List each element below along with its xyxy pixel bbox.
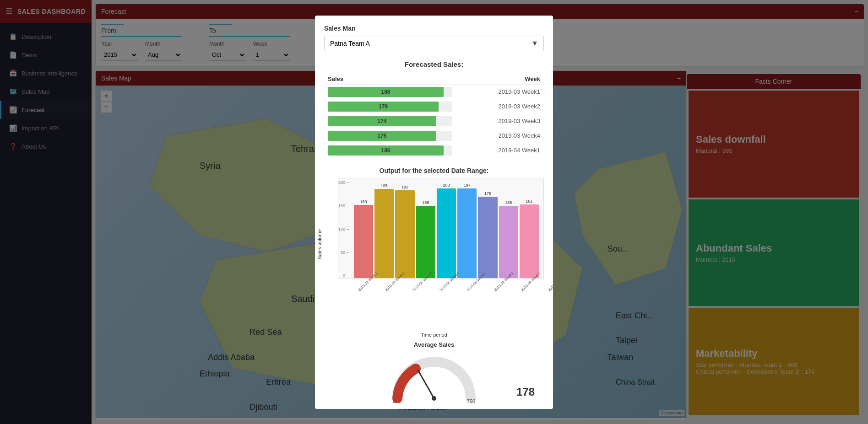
- chart-bar-group: 161: [520, 183, 539, 278]
- chart-wrapper: Sales volume 200 ─ 150 ─ 100 ─ 50 ─ 0 ─ …: [324, 178, 544, 338]
- forecast-bar-cell: 174: [324, 114, 456, 129]
- forecast-table-row: 186 2019-04 Week1: [324, 143, 544, 158]
- chart-y-axis-label: Sales volume: [317, 229, 322, 259]
- forecast-bar-fill: 186: [328, 145, 444, 156]
- chart-bar-value-label: 197: [464, 183, 471, 188]
- forecast-week-cell: 2019-03 Week4: [456, 129, 544, 143]
- chart-bar: [499, 206, 518, 278]
- chart-inner: Sales volume 200 ─ 150 ─ 100 ─ 50 ─ 0 ─ …: [324, 178, 544, 306]
- chart-bars-container: 160195192158200197178158161: [343, 183, 539, 278]
- chart-x-label: 2015-09 Week4: [548, 271, 553, 307]
- chart-bar: [520, 204, 539, 278]
- chart-bar-group: 197: [457, 183, 477, 278]
- chart-bar: [416, 206, 435, 278]
- chart-bar-value-label: 160: [360, 199, 367, 204]
- sales-man-label: Sales Man: [324, 25, 544, 32]
- chart-bar: [374, 189, 394, 278]
- chart-bar: [478, 197, 497, 278]
- y-label-0: 0 ─: [343, 274, 349, 278]
- forecast-bar-fill: 174: [328, 116, 436, 126]
- week-col-header: Week: [456, 74, 544, 85]
- y-label-150: 150 ─: [338, 204, 349, 208]
- modal-dialog: Sales Man Patna Team A ▼ Forecasted Sale…: [315, 16, 553, 409]
- gauge-wrap: 178 0 750: [388, 353, 480, 403]
- forecast-bar-fill: 175: [328, 131, 436, 141]
- gauge-svg: [388, 353, 480, 403]
- chart-bar-group: 178: [478, 183, 497, 278]
- chart-bar-group: 192: [395, 183, 414, 278]
- forecast-table: Sales Week 186 2019-03 Week1 179 2019-03…: [324, 74, 544, 158]
- modal-overlay[interactable]: Sales Man Patna Team A ▼ Forecasted Sale…: [0, 0, 868, 424]
- forecast-table-row: 186 2019-03 Week1: [324, 84, 544, 99]
- chart-x-labels-row: 2015-08 Week12015-08 Week22015-08 Week32…: [338, 280, 544, 306]
- chart-bar-value-label: 195: [381, 183, 388, 188]
- gauge-min: 0: [393, 398, 396, 404]
- forecast-week-cell: 2019-03 Week3: [456, 114, 544, 129]
- chart-bars-area: 200 ─ 150 ─ 100 ─ 50 ─ 0 ─ 1601951921582…: [338, 178, 544, 279]
- chart-bar-group: 158: [416, 183, 435, 278]
- svg-point-32: [432, 396, 436, 401]
- forecast-bar-cell: 186: [324, 84, 456, 99]
- chart-bar-value-label: 192: [401, 185, 408, 189]
- average-sales-label: Average Sales: [324, 341, 544, 348]
- chart-bar-value-label: 161: [526, 199, 532, 204]
- forecast-week-cell: 2019-04 Week1: [456, 143, 544, 158]
- chart-y-labels: 200 ─ 150 ─ 100 ─ 50 ─ 0 ─: [338, 178, 351, 278]
- gauge-max: 750: [467, 398, 475, 404]
- chart-bar-value-label: 158: [505, 200, 512, 205]
- forecast-bar-fill: 179: [328, 102, 439, 112]
- chart-bar-group: 158: [499, 183, 518, 278]
- forecast-week-cell: 2019-03 Week2: [456, 99, 544, 114]
- chart-bar-value-label: 158: [422, 200, 429, 205]
- forecast-bar-fill: 186: [328, 87, 444, 97]
- forecast-table-row: 175 2019-03 Week4: [324, 129, 544, 143]
- svg-line-31: [418, 370, 434, 398]
- chart-bar: [354, 205, 373, 278]
- chart-bar-value-label: 178: [484, 191, 491, 196]
- chart-bar-group: 200: [437, 183, 456, 278]
- chart-title: Output for the selected Date Range:: [324, 167, 544, 174]
- forecast-bar-cell: 179: [324, 99, 456, 114]
- y-label-200: 200 ─: [338, 180, 349, 185]
- chart-bar-group: 195: [374, 183, 394, 278]
- forecast-bar-cell: 175: [324, 129, 456, 143]
- y-label-100: 100 ─: [338, 227, 349, 231]
- forecast-table-row: 174 2019-03 Week3: [324, 114, 544, 129]
- gauge-section: 178 0 750: [324, 353, 544, 403]
- forecast-week-cell: 2019-03 Week1: [456, 84, 544, 99]
- chart-bar-value-label: 200: [443, 183, 450, 188]
- chart-x-axis-label: Time period: [324, 332, 544, 338]
- y-label-50: 50 ─: [341, 250, 349, 255]
- chart-bar-group: 160: [354, 183, 373, 278]
- sales-man-select[interactable]: Patna Team A: [324, 36, 544, 51]
- sales-man-dropdown-wrap: Patna Team A ▼: [324, 36, 544, 51]
- forecast-table-row: 179 2019-03 Week2: [324, 99, 544, 114]
- chart-bar: [457, 188, 477, 278]
- forecasted-sales-title: Forecasted Sales:: [324, 60, 544, 68]
- forecast-bar-cell: 186: [324, 143, 456, 158]
- gauge-value: 178: [480, 386, 553, 398]
- chart-bar: [395, 190, 414, 278]
- chart-bar: [437, 188, 456, 278]
- sales-col-header: Sales: [324, 74, 456, 85]
